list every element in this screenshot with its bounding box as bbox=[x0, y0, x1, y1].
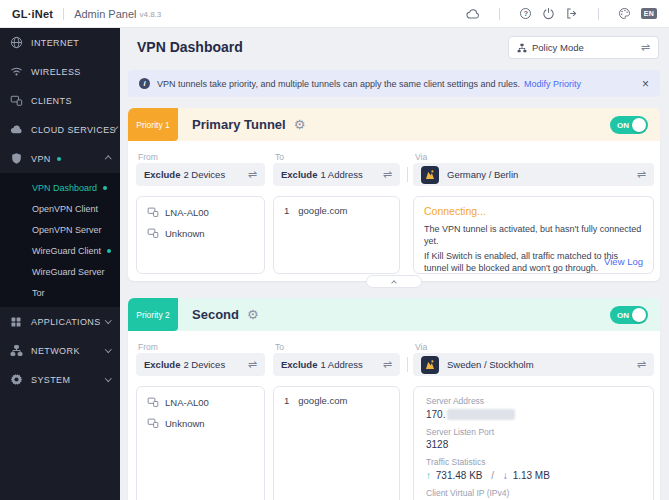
sidebar-item-vpn-dashboard[interactable]: VPN Dashboard bbox=[0, 177, 120, 198]
to-selector[interactable]: Exclude 1 Address ⇌ bbox=[273, 353, 400, 376]
sidebar-item-internet[interactable]: INTERNET bbox=[0, 28, 120, 57]
divider bbox=[407, 357, 408, 372]
power-icon[interactable] bbox=[542, 7, 556, 21]
grid-icon bbox=[10, 316, 23, 328]
upload-arrow-icon: ↑ bbox=[426, 470, 431, 481]
chevron-down-icon bbox=[105, 346, 111, 352]
language-badge[interactable]: EN bbox=[641, 8, 657, 19]
to-label: To bbox=[275, 342, 284, 352]
chevron-down-icon bbox=[105, 317, 111, 323]
wifi-icon bbox=[10, 65, 23, 78]
sidebar-item-clients[interactable]: CLIENTS bbox=[0, 86, 120, 115]
chevron-down-icon bbox=[105, 375, 111, 381]
via-selector[interactable]: Sweden / Stockholm ⇌ bbox=[413, 353, 654, 376]
detail-traffic-statistics: Traffic Statistics ↑ 731.48 KB / ↓ 1.13 … bbox=[426, 457, 641, 481]
view-log-link[interactable]: View Log bbox=[604, 256, 643, 267]
sidebar-item-wireguard-client[interactable]: WireGuard Client bbox=[0, 240, 120, 261]
policy-mode-label: Policy Mode bbox=[532, 42, 584, 53]
to-label: To bbox=[275, 152, 284, 162]
toggle-knob bbox=[632, 308, 646, 322]
to-selector[interactable]: Exclude 1 Address ⇌ bbox=[273, 163, 400, 186]
topbar: GL·iNet Admin Panel v4.8.3 ? EN bbox=[0, 0, 669, 28]
gear-icon[interactable]: ⚙ bbox=[247, 308, 259, 321]
tunnel-on-toggle[interactable]: ON bbox=[610, 306, 648, 324]
swap-icon: ⇌ bbox=[248, 169, 257, 180]
globe-icon bbox=[10, 36, 23, 49]
sidebar-item-system[interactable]: SYSTEM bbox=[0, 365, 120, 394]
status-dot bbox=[57, 157, 61, 161]
from-selector[interactable]: Exclude 2 Devices ⇌ bbox=[136, 163, 265, 186]
modify-priority-link[interactable]: Modify Priority bbox=[524, 79, 581, 89]
swap-icon: ⇌ bbox=[641, 42, 650, 53]
divider bbox=[499, 8, 500, 20]
shield-icon bbox=[10, 152, 23, 165]
from-selector[interactable]: Exclude 2 Devices ⇌ bbox=[136, 353, 265, 376]
sidebar-item-wireguard-server[interactable]: WireGuard Server bbox=[0, 261, 120, 282]
gear-icon[interactable]: ⚙ bbox=[294, 118, 306, 131]
status-title: Connecting... bbox=[424, 205, 643, 217]
tunnel-on-toggle[interactable]: ON bbox=[610, 116, 648, 134]
chevron-down-icon bbox=[115, 127, 119, 131]
from-label: From bbox=[138, 342, 158, 352]
addresses-list: 1 google.com bbox=[273, 196, 400, 274]
vpn-submenu: VPN Dashboard OpenVPN Client OpenVPN Ser… bbox=[0, 173, 120, 307]
sidebar-item-tor[interactable]: Tor bbox=[0, 282, 120, 303]
device-icon bbox=[147, 227, 159, 239]
policy-mode-button[interactable]: Policy Mode ⇌ bbox=[508, 36, 659, 59]
theme-palette-icon[interactable] bbox=[618, 7, 632, 21]
sidebar-item-openvpn-server[interactable]: OpenVPN Server bbox=[0, 219, 120, 240]
tunnel-status-panel: Connecting... The VPN tunnel is activate… bbox=[413, 196, 654, 274]
help-icon[interactable]: ? bbox=[519, 7, 533, 21]
device-item: Unknown bbox=[147, 417, 254, 429]
tunnel-title: Primary Tunnel bbox=[192, 117, 286, 132]
status-dot bbox=[107, 249, 111, 253]
main-content: VPN Dashboard Policy Mode ⇌ i VPN tunnel… bbox=[120, 28, 669, 500]
tunnel-card-header: Priority 2 Second ⚙ ON bbox=[128, 298, 660, 331]
app-title: Admin Panel bbox=[74, 8, 136, 20]
sidebar-item-cloud-services[interactable]: CLOUD SERVICES bbox=[0, 115, 120, 144]
divider bbox=[63, 8, 64, 20]
sidebar: INTERNET WIRELESS CLIENTS CLOUD SERVICES… bbox=[0, 28, 120, 500]
device-icon bbox=[147, 396, 159, 408]
sidebar-item-vpn[interactable]: VPN bbox=[0, 144, 120, 173]
logout-icon[interactable] bbox=[565, 7, 579, 21]
gear-icon bbox=[10, 373, 23, 386]
info-banner: i VPN tunnels take priority, and multipl… bbox=[128, 70, 660, 97]
sidebar-item-wireless[interactable]: WIRELESS bbox=[0, 57, 120, 86]
address-item: 1 google.com bbox=[284, 395, 389, 406]
device-icon bbox=[147, 206, 159, 218]
via-selector[interactable]: Germany / Berlin ⇌ bbox=[413, 163, 654, 186]
sidebar-item-openvpn-client[interactable]: OpenVPN Client bbox=[0, 198, 120, 219]
via-location: Germany / Berlin bbox=[447, 169, 518, 180]
topbar-actions: ? EN bbox=[466, 7, 657, 21]
divider bbox=[598, 8, 599, 20]
app-window: GL·iNet Admin Panel v4.8.3 ? EN bbox=[0, 0, 669, 500]
close-icon[interactable]: × bbox=[642, 77, 649, 91]
app-version: v4.8.3 bbox=[140, 10, 162, 19]
swap-icon: ⇌ bbox=[637, 169, 646, 180]
network-icon bbox=[10, 344, 23, 357]
collapse-button[interactable] bbox=[366, 275, 422, 288]
priority-badge: Priority 2 bbox=[128, 298, 178, 331]
vpn-provider-icon bbox=[421, 166, 439, 184]
via-location: Sweden / Stockholm bbox=[447, 359, 534, 370]
info-icon: i bbox=[139, 78, 150, 89]
tunnel-card-primary: Priority 1 Primary Tunnel ⚙ ON From To V… bbox=[128, 108, 660, 281]
swap-icon: ⇌ bbox=[637, 359, 646, 370]
banner-text: VPN tunnels take priority, and multiple … bbox=[157, 79, 520, 89]
cloud-icon[interactable] bbox=[466, 7, 480, 21]
vpn-provider-icon bbox=[421, 356, 439, 374]
chevron-up-icon bbox=[105, 156, 111, 162]
sidebar-item-applications[interactable]: APPLICATIONS bbox=[0, 307, 120, 336]
swap-icon: ⇌ bbox=[383, 169, 392, 180]
swap-icon: ⇌ bbox=[248, 359, 257, 370]
policy-mode-icon bbox=[517, 43, 527, 53]
device-icon bbox=[147, 417, 159, 429]
page-title: VPN Dashboard bbox=[137, 39, 243, 55]
from-label: From bbox=[138, 152, 158, 162]
devices-list: LNA-AL00 Unknown bbox=[136, 196, 265, 274]
detail-listen-port: Server Listen Port 3128 bbox=[426, 427, 641, 451]
sidebar-item-network[interactable]: NETWORK bbox=[0, 336, 120, 365]
detail-server-address: Server Address 170. bbox=[426, 396, 641, 420]
via-label: Via bbox=[415, 152, 427, 162]
